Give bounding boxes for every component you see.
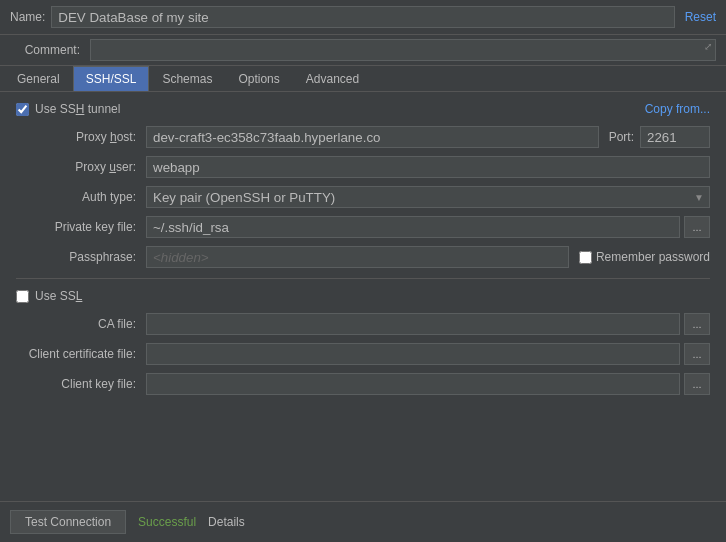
- proxy-host-label: Proxy host:: [16, 130, 146, 144]
- name-input[interactable]: [51, 6, 674, 28]
- tab-options[interactable]: Options: [225, 66, 292, 91]
- client-key-browse-button[interactable]: ...: [684, 373, 710, 395]
- private-key-browse-button[interactable]: ...: [684, 216, 710, 238]
- tabs-bar: General SSH/SSL Schemas Options Advanced: [0, 66, 726, 92]
- name-label: Name:: [10, 10, 45, 24]
- auth-type-select[interactable]: Key pair (OpenSSH or PuTTY) Password Age…: [146, 186, 710, 208]
- client-key-input[interactable]: [146, 373, 680, 395]
- tab-advanced[interactable]: Advanced: [293, 66, 372, 91]
- remember-password-checkbox[interactable]: [579, 251, 592, 264]
- expand-icon: ⤢: [704, 41, 712, 52]
- comment-wrap: ⤢: [90, 39, 716, 61]
- client-key-row: Client key file: ...: [16, 373, 710, 395]
- ca-file-browse-button[interactable]: ...: [684, 313, 710, 335]
- comment-label: Comment:: [10, 43, 90, 57]
- port-group: Port:: [609, 126, 710, 148]
- status-badge: Successful: [138, 515, 196, 529]
- client-cert-row: Client certificate file: ...: [16, 343, 710, 365]
- proxy-user-label: Proxy user:: [16, 160, 146, 174]
- auth-type-row: Auth type: Key pair (OpenSSH or PuTTY) P…: [16, 186, 710, 208]
- passphrase-input[interactable]: [146, 246, 569, 268]
- copy-from-button[interactable]: Copy from...: [645, 102, 710, 116]
- remember-password-label: Remember password: [596, 250, 710, 264]
- reset-button[interactable]: Reset: [685, 10, 716, 24]
- use-ssl-checkbox[interactable]: [16, 290, 29, 303]
- tab-content: Use SSH tunnel Copy from... Proxy host: …: [0, 92, 726, 413]
- client-key-label: Client key file:: [16, 377, 146, 391]
- details-link[interactable]: Details: [208, 515, 245, 529]
- bottom-bar: Test Connection Successful Details: [0, 501, 726, 542]
- auth-type-label: Auth type:: [16, 190, 146, 204]
- private-key-row: Private key file: ...: [16, 216, 710, 238]
- client-cert-input[interactable]: [146, 343, 680, 365]
- passphrase-label: Passphrase:: [16, 250, 146, 264]
- private-key-label: Private key file:: [16, 220, 146, 234]
- section-divider: [16, 278, 710, 279]
- tab-general[interactable]: General: [4, 66, 73, 91]
- client-cert-label: Client certificate file:: [16, 347, 146, 361]
- use-ssh-tunnel-label: Use SSH tunnel: [35, 102, 120, 116]
- passphrase-row: Passphrase: Remember password: [16, 246, 710, 268]
- proxy-user-row: Proxy user:: [16, 156, 710, 178]
- ca-file-input[interactable]: [146, 313, 680, 335]
- proxy-host-input[interactable]: [146, 126, 599, 148]
- ssl-header: Use SSL: [16, 289, 710, 303]
- comment-input[interactable]: [90, 39, 716, 61]
- test-connection-button[interactable]: Test Connection: [10, 510, 126, 534]
- ca-file-row: CA file: ...: [16, 313, 710, 335]
- comment-row: Comment: ⤢: [0, 35, 726, 66]
- ssh-header: Use SSH tunnel Copy from...: [16, 102, 710, 116]
- proxy-host-row: Proxy host: Port:: [16, 126, 710, 148]
- ssh-tunnel-toggle-row: Use SSH tunnel: [16, 102, 120, 116]
- proxy-user-input[interactable]: [146, 156, 710, 178]
- ca-file-label: CA file:: [16, 317, 146, 331]
- tab-schemas[interactable]: Schemas: [149, 66, 225, 91]
- name-row: Name: Reset: [0, 0, 726, 35]
- tab-sshssl[interactable]: SSH/SSL: [73, 66, 150, 91]
- port-input[interactable]: [640, 126, 710, 148]
- auth-type-select-wrapper: Key pair (OpenSSH or PuTTY) Password Age…: [146, 186, 710, 208]
- main-window: Name: Reset Comment: ⤢ General SSH/SSL S…: [0, 0, 726, 542]
- remember-password-group: Remember password: [579, 250, 710, 264]
- client-cert-browse-button[interactable]: ...: [684, 343, 710, 365]
- private-key-input[interactable]: [146, 216, 680, 238]
- use-ssl-label: Use SSL: [35, 289, 82, 303]
- port-label: Port:: [609, 130, 634, 144]
- use-ssh-tunnel-checkbox[interactable]: [16, 103, 29, 116]
